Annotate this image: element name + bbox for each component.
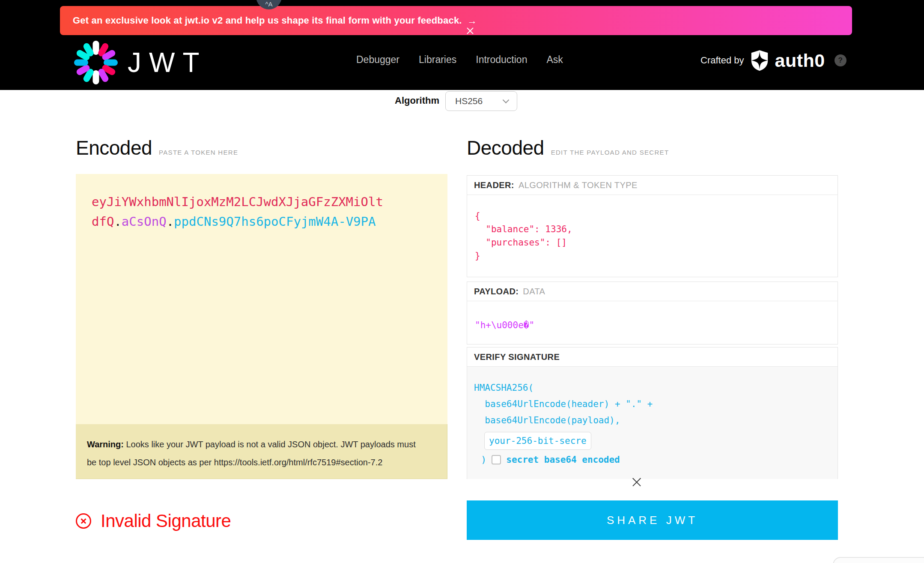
algorithm-select[interactable]: HS256 xyxy=(445,91,517,111)
decoded-payload-box: PAYLOAD: DATA "h+\u000e�" xyxy=(467,282,838,344)
auth0-shield-icon[interactable] xyxy=(750,50,769,71)
jwt-pinwheel-icon xyxy=(74,40,118,85)
verify-code-line: base64UrlEncode(payload), xyxy=(474,412,838,428)
warning-label: Warning: xyxy=(87,440,124,449)
token-line-1: eyJiYWxhbmNlIjoxMzM2LCJwdXJjaGFzZXMiOlt xyxy=(92,192,430,212)
share-jwt-button[interactable]: SHARE JWT xyxy=(467,500,838,540)
base64-checkbox-row: ) secret base64 encoded xyxy=(481,454,838,465)
closing-paren: ) xyxy=(481,454,486,465)
payload-warning: Warning: Looks like your JWT payload is … xyxy=(76,424,447,479)
header-json-line: { xyxy=(475,210,838,223)
verify-signature-body: HMACSHA256( base64UrlEncode(header) + ".… xyxy=(467,367,838,479)
verify-signature-box-title: VERIFY SIGNATURE xyxy=(467,347,838,367)
token-payload-part: aCsOnQ xyxy=(122,214,167,229)
decoded-header-box-title: HEADER: ALGORITHM & TOKEN TYPE xyxy=(467,176,838,195)
invalid-signature-icon xyxy=(76,513,91,529)
encoded-token-editor[interactable]: eyJiYWxhbmNlIjoxMzM2LCJwdXJjaGFzZXMiOlt … xyxy=(76,174,447,424)
collapse-x-icon[interactable] xyxy=(631,476,642,488)
crafted-by-block: Crafted by auth0 ? xyxy=(700,50,847,71)
payload-section-sublabel: DATA xyxy=(523,287,545,296)
v2-promo-banner[interactable]: Get an exclusive look at jwt.io v2 and h… xyxy=(60,6,852,35)
encoded-subtitle: PASTE A TOKEN HERE xyxy=(159,149,238,156)
verify-code-line: base64UrlEncode(header) + "." + xyxy=(474,396,838,412)
encoded-title-row: Encoded PASTE A TOKEN HERE xyxy=(76,136,238,159)
base64-encoded-checkbox[interactable] xyxy=(492,455,501,464)
base64-checkbox-label[interactable]: secret base64 encoded xyxy=(506,455,620,465)
token-signature-part: ppdCNs9Q7hs6poCFyjmW4A-V9PA xyxy=(174,214,376,229)
algorithm-label: Algorithm xyxy=(388,95,439,106)
warning-text: Looks like your JWT payload is not a val… xyxy=(87,440,416,467)
nav-item-ask[interactable]: Ask xyxy=(546,54,563,66)
header-section-label: HEADER: xyxy=(474,180,514,190)
algorithm-selected-value: HS256 xyxy=(455,96,483,106)
decoded-title-row: Decoded EDIT THE PAYLOAD AND SECRET xyxy=(467,136,669,159)
nav-item-libraries[interactable]: Libraries xyxy=(419,54,456,66)
signature-status-text: Invalid Signature xyxy=(101,511,231,531)
nav-item-introduction[interactable]: Introduction xyxy=(476,54,527,66)
header-json-line: "balance": 1336, xyxy=(475,223,838,236)
token-line-2: dfQ.aCsOnQ.ppdCNs9Q7hs6poCFyjmW4A-V9PA xyxy=(92,212,430,231)
banner-message[interactable]: Get an exclusive look at jwt.io v2 and h… xyxy=(73,15,462,26)
signature-status: Invalid Signature xyxy=(76,511,231,531)
secret-input[interactable] xyxy=(484,432,591,450)
jwt-logo[interactable]: JWT xyxy=(74,40,207,85)
jwt-logo-text: JWT xyxy=(128,49,207,76)
chevron-down-icon xyxy=(503,97,510,104)
x-glyph xyxy=(80,518,87,524)
decoded-payload-editor[interactable]: "h+\u000e�" xyxy=(467,301,838,330)
payload-section-label: PAYLOAD: xyxy=(474,287,519,296)
verify-code-line: HMACSHA256( xyxy=(474,380,838,396)
verify-section-label: VERIFY SIGNATURE xyxy=(474,352,560,362)
payload-value: "h+\u000e�" xyxy=(475,320,534,330)
header-json-line: } xyxy=(475,249,838,263)
header-section-sublabel: ALGORITHM & TOKEN TYPE xyxy=(519,180,638,190)
crafted-by-label: Crafted by xyxy=(700,55,744,66)
decoded-subtitle: EDIT THE PAYLOAD AND SECRET xyxy=(551,149,669,156)
decoded-title: Decoded xyxy=(467,136,544,159)
header-json-line: "purchases": [] xyxy=(475,236,838,249)
nav-item-debugger[interactable]: Debugger xyxy=(356,54,399,66)
auth0-logo-text[interactable]: auth0 xyxy=(775,51,825,70)
corner-widget-partial xyxy=(833,557,924,563)
arrow-right-icon: → xyxy=(467,15,477,27)
decoded-payload-box-title: PAYLOAD: DATA xyxy=(467,282,838,301)
main-nav: Debugger Libraries Introduction Ask xyxy=(356,54,563,66)
token-separator-dot: . xyxy=(167,214,174,229)
encoded-title: Encoded xyxy=(76,136,152,159)
token-header-part: eyJiYWxhbmNlIjoxMzM2LCJwdXJjaGFzZXMiOlt xyxy=(92,195,383,209)
token-separator-dot: . xyxy=(114,214,121,229)
help-icon[interactable]: ? xyxy=(835,54,847,66)
jwt-debugger-page: Get an exclusive look at jwt.io v2 and h… xyxy=(0,0,924,563)
decoded-header-box: HEADER: ALGORITHM & TOKEN TYPE { "balanc… xyxy=(467,175,838,277)
verify-signature-box: VERIFY SIGNATURE HMACSHA256( base64UrlEn… xyxy=(467,347,838,479)
decoded-header-json-editor[interactable]: { "balance": 1336, "purchases": [] } xyxy=(467,195,838,263)
banner-close-icon[interactable] xyxy=(466,27,474,35)
